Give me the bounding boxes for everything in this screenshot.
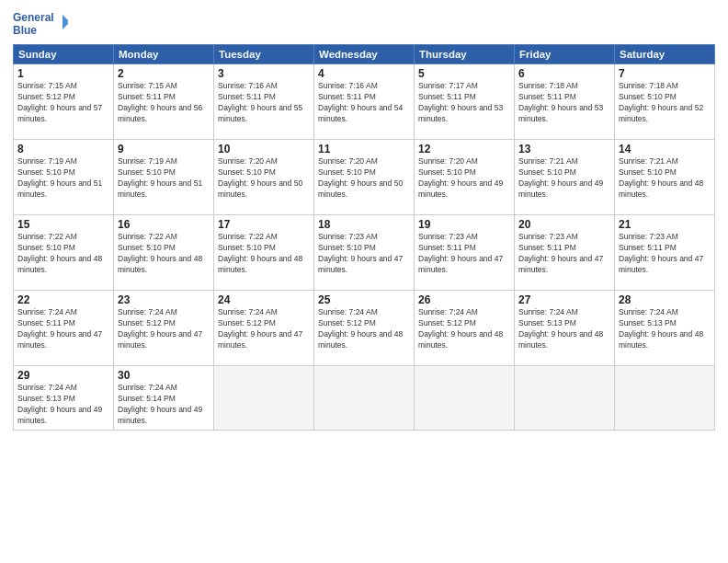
day-number: 30 [118, 369, 210, 382]
calendar-day-cell: 17 Sunrise: 7:22 AM Sunset: 5:10 PM Dayl… [214, 215, 314, 291]
day-info: Sunrise: 7:20 AM Sunset: 5:10 PM Dayligh… [318, 156, 410, 201]
calendar-day-cell: 4 Sunrise: 7:16 AM Sunset: 5:11 PM Dayli… [314, 64, 415, 140]
weekday-header-cell: Wednesday [314, 45, 415, 64]
day-info: Sunrise: 7:23 AM Sunset: 5:11 PM Dayligh… [418, 232, 510, 276]
day-number: 4 [318, 67, 410, 80]
day-info: Sunrise: 7:22 AM Sunset: 5:10 PM Dayligh… [218, 232, 310, 276]
day-info: Sunrise: 7:23 AM Sunset: 5:11 PM Dayligh… [518, 232, 610, 276]
day-number: 17 [218, 218, 310, 231]
day-info: Sunrise: 7:24 AM Sunset: 5:12 PM Dayligh… [118, 307, 210, 351]
day-info: Sunrise: 7:16 AM Sunset: 5:11 PM Dayligh… [318, 81, 410, 125]
calendar-day-cell: 8 Sunrise: 7:19 AM Sunset: 5:10 PM Dayli… [14, 140, 114, 215]
day-number: 10 [218, 143, 310, 155]
day-info: Sunrise: 7:19 AM Sunset: 5:10 PM Dayligh… [17, 156, 109, 201]
calendar-day-cell: 3 Sunrise: 7:16 AM Sunset: 5:11 PM Dayli… [214, 64, 314, 140]
calendar-day-cell [314, 366, 415, 431]
day-info: Sunrise: 7:24 AM Sunset: 5:12 PM Dayligh… [218, 307, 310, 351]
calendar-day-cell: 27 Sunrise: 7:24 AM Sunset: 5:13 PM Dayl… [515, 291, 615, 366]
weekday-header-cell: Friday [515, 45, 615, 64]
day-info: Sunrise: 7:15 AM Sunset: 5:11 PM Dayligh… [118, 81, 210, 125]
weekday-header-row: SundayMondayTuesdayWednesdayThursdayFrid… [14, 45, 715, 64]
calendar-day-cell: 18 Sunrise: 7:23 AM Sunset: 5:10 PM Dayl… [314, 215, 415, 291]
calendar-day-cell: 10 Sunrise: 7:20 AM Sunset: 5:10 PM Dayl… [214, 140, 314, 215]
calendar-day-cell [214, 366, 314, 431]
day-number: 21 [619, 218, 711, 231]
day-number: 28 [619, 293, 711, 306]
calendar-day-cell: 16 Sunrise: 7:22 AM Sunset: 5:10 PM Dayl… [114, 215, 214, 291]
calendar-week-row: 1 Sunrise: 7:15 AM Sunset: 5:12 PM Dayli… [14, 64, 715, 140]
calendar-day-cell: 20 Sunrise: 7:23 AM Sunset: 5:11 PM Dayl… [515, 215, 615, 291]
day-info: Sunrise: 7:23 AM Sunset: 5:10 PM Dayligh… [318, 232, 410, 276]
day-number: 2 [118, 67, 210, 80]
day-number: 9 [118, 143, 210, 155]
calendar-day-cell: 2 Sunrise: 7:15 AM Sunset: 5:11 PM Dayli… [114, 64, 214, 140]
calendar-day-cell: 28 Sunrise: 7:24 AM Sunset: 5:13 PM Dayl… [615, 291, 715, 366]
calendar-day-cell [615, 366, 715, 431]
day-number: 8 [17, 143, 109, 155]
day-info: Sunrise: 7:18 AM Sunset: 5:11 PM Dayligh… [518, 81, 610, 125]
day-info: Sunrise: 7:24 AM Sunset: 5:14 PM Dayligh… [118, 383, 210, 427]
weekday-header-cell: Tuesday [214, 45, 314, 64]
calendar-day-cell: 22 Sunrise: 7:24 AM Sunset: 5:11 PM Dayl… [14, 291, 114, 366]
day-info: Sunrise: 7:24 AM Sunset: 5:13 PM Dayligh… [619, 307, 711, 351]
day-info: Sunrise: 7:18 AM Sunset: 5:10 PM Dayligh… [619, 81, 711, 125]
day-info: Sunrise: 7:24 AM Sunset: 5:11 PM Dayligh… [17, 307, 109, 351]
day-number: 11 [318, 143, 410, 155]
day-number: 18 [318, 218, 410, 231]
day-number: 20 [518, 218, 610, 231]
calendar-day-cell: 7 Sunrise: 7:18 AM Sunset: 5:10 PM Dayli… [615, 64, 715, 140]
day-info: Sunrise: 7:20 AM Sunset: 5:10 PM Dayligh… [418, 156, 510, 201]
calendar-week-row: 15 Sunrise: 7:22 AM Sunset: 5:10 PM Dayl… [14, 215, 715, 291]
weekday-header-cell: Thursday [415, 45, 515, 64]
day-info: Sunrise: 7:19 AM Sunset: 5:10 PM Dayligh… [118, 156, 210, 201]
weekday-header-cell: Monday [114, 45, 214, 64]
day-number: 24 [218, 293, 310, 306]
day-number: 29 [17, 369, 109, 382]
day-number: 7 [619, 67, 711, 80]
day-info: Sunrise: 7:23 AM Sunset: 5:11 PM Dayligh… [619, 232, 711, 276]
day-info: Sunrise: 7:22 AM Sunset: 5:10 PM Dayligh… [17, 232, 109, 276]
calendar-day-cell: 30 Sunrise: 7:24 AM Sunset: 5:14 PM Dayl… [114, 366, 214, 431]
day-info: Sunrise: 7:20 AM Sunset: 5:10 PM Dayligh… [218, 156, 310, 201]
calendar-day-cell: 14 Sunrise: 7:21 AM Sunset: 5:10 PM Dayl… [615, 140, 715, 215]
calendar-week-row: 22 Sunrise: 7:24 AM Sunset: 5:11 PM Dayl… [14, 291, 715, 366]
day-number: 13 [518, 143, 610, 155]
weekday-header-cell: Sunday [14, 45, 114, 64]
header: General Blue [13, 9, 715, 39]
day-number: 6 [518, 67, 610, 80]
calendar-day-cell: 26 Sunrise: 7:24 AM Sunset: 5:12 PM Dayl… [415, 291, 515, 366]
day-number: 26 [418, 293, 510, 306]
calendar-table: SundayMondayTuesdayWednesdayThursdayFrid… [13, 44, 715, 431]
calendar-day-cell: 24 Sunrise: 7:24 AM Sunset: 5:12 PM Dayl… [214, 291, 314, 366]
day-info: Sunrise: 7:17 AM Sunset: 5:11 PM Dayligh… [418, 81, 510, 125]
svg-text:Blue: Blue [13, 24, 37, 37]
calendar-day-cell [515, 366, 615, 431]
logo: General Blue [13, 9, 68, 39]
day-number: 14 [619, 143, 711, 155]
calendar-day-cell: 19 Sunrise: 7:23 AM Sunset: 5:11 PM Dayl… [415, 215, 515, 291]
day-info: Sunrise: 7:24 AM Sunset: 5:13 PM Dayligh… [518, 307, 610, 351]
calendar-day-cell: 1 Sunrise: 7:15 AM Sunset: 5:12 PM Dayli… [14, 64, 114, 140]
day-info: Sunrise: 7:15 AM Sunset: 5:12 PM Dayligh… [17, 81, 109, 125]
calendar-day-cell: 11 Sunrise: 7:20 AM Sunset: 5:10 PM Dayl… [314, 140, 415, 215]
calendar-day-cell: 29 Sunrise: 7:24 AM Sunset: 5:13 PM Dayl… [14, 366, 114, 431]
day-number: 1 [17, 67, 109, 80]
day-number: 27 [518, 293, 610, 306]
day-info: Sunrise: 7:21 AM Sunset: 5:10 PM Dayligh… [518, 156, 610, 201]
calendar-page: General Blue SundayMondayTuesdayWednesda… [0, 0, 728, 563]
day-info: Sunrise: 7:22 AM Sunset: 5:10 PM Dayligh… [118, 232, 210, 276]
day-info: Sunrise: 7:24 AM Sunset: 5:13 PM Dayligh… [17, 383, 109, 427]
calendar-body: 1 Sunrise: 7:15 AM Sunset: 5:12 PM Dayli… [14, 64, 715, 431]
day-number: 12 [418, 143, 510, 155]
calendar-day-cell: 5 Sunrise: 7:17 AM Sunset: 5:11 PM Dayli… [415, 64, 515, 140]
calendar-day-cell: 15 Sunrise: 7:22 AM Sunset: 5:10 PM Dayl… [14, 215, 114, 291]
svg-marker-2 [63, 15, 68, 29]
day-number: 23 [118, 293, 210, 306]
calendar-week-row: 8 Sunrise: 7:19 AM Sunset: 5:10 PM Dayli… [14, 140, 715, 215]
calendar-day-cell: 21 Sunrise: 7:23 AM Sunset: 5:11 PM Dayl… [615, 215, 715, 291]
calendar-day-cell: 23 Sunrise: 7:24 AM Sunset: 5:12 PM Dayl… [114, 291, 214, 366]
day-number: 19 [418, 218, 510, 231]
svg-text:General: General [13, 11, 54, 24]
day-number: 5 [418, 67, 510, 80]
calendar-day-cell: 13 Sunrise: 7:21 AM Sunset: 5:10 PM Dayl… [515, 140, 615, 215]
